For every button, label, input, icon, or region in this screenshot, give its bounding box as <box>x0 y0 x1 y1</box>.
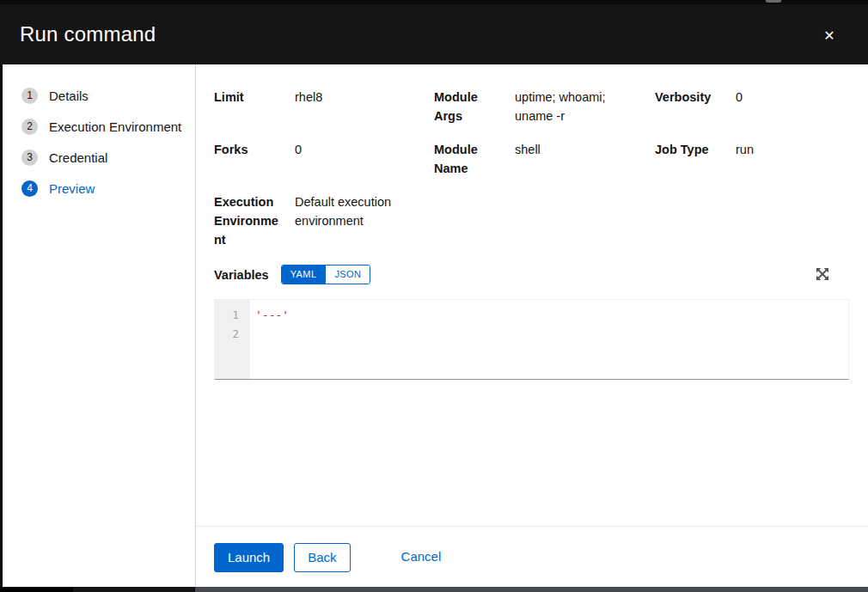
detail-value: rhel8 <box>295 88 322 107</box>
detail-forks: Forks 0 <box>214 140 434 178</box>
yaml-toggle-button[interactable]: YAML <box>282 265 326 284</box>
detail-execution-environment: Execution Environment Default execution … <box>214 192 434 249</box>
detail-label: Module Name <box>434 140 501 178</box>
detail-value: 0 <box>295 140 302 159</box>
line-number: 2 <box>215 325 239 344</box>
close-icon[interactable]: ✕ <box>816 23 842 49</box>
variables-row: Variables YAML JSON <box>214 265 849 284</box>
step-number-badge: 2 <box>21 119 38 135</box>
detail-label: Job Type <box>655 140 722 159</box>
editor-line-number-gutter: 1 2 <box>215 300 250 379</box>
step-label: Execution Environment <box>49 119 181 134</box>
preview-step-content: Limit rhel8 Module Args uptime; whoami; … <box>196 64 868 526</box>
step-label: Details <box>49 88 89 103</box>
detail-value: run <box>736 140 754 159</box>
background-page-fragment <box>766 0 781 3</box>
detail-label: Module Args <box>434 88 501 125</box>
detail-value: Default execution environment <box>295 192 413 230</box>
step-label: Preview <box>49 181 95 196</box>
expand-arrows-icon[interactable] <box>815 267 830 283</box>
detail-label: Limit <box>214 88 281 107</box>
yaml-json-toggle: YAML JSON <box>281 265 371 284</box>
detail-label: Verbosity <box>655 88 722 107</box>
json-toggle-button[interactable]: JSON <box>325 265 370 284</box>
modal-body: 1 Details 2 Execution Environment 3 Cred… <box>3 64 868 587</box>
detail-verbosity: Verbosity 0 <box>655 88 849 125</box>
detail-label: Forks <box>214 140 281 159</box>
variables-code-editor[interactable]: 1 2 '---' <box>214 299 849 380</box>
modal-title: Run command <box>20 22 156 46</box>
wizard-step-preview[interactable]: 4 Preview <box>3 173 195 204</box>
wizard-step-details[interactable]: 1 Details <box>3 80 195 111</box>
code-line: '---' <box>255 306 289 325</box>
launch-button[interactable]: Launch <box>214 543 284 572</box>
detail-label: Execution Environment <box>214 192 281 249</box>
background-page-bottom-strip-dark <box>73 587 195 592</box>
step-label: Credential <box>49 150 107 165</box>
detail-module-args: Module Args uptime; whoami; uname -r <box>434 88 655 125</box>
editor-code-area[interactable]: '---' <box>250 300 289 379</box>
step-number-badge: 3 <box>21 150 38 166</box>
detail-value: 0 <box>736 88 743 107</box>
wizard-footer: Launch Back Cancel <box>196 526 868 587</box>
detail-module-name: Module Name shell <box>434 140 655 178</box>
modal-header: Run command ✕ <box>0 4 868 64</box>
run-command-modal-screen: Run command ✕ 1 Details 2 Execution Envi… <box>0 0 868 592</box>
line-number: 1 <box>215 306 239 325</box>
detail-value: uptime; whoami; uname -r <box>515 88 633 125</box>
variables-label: Variables <box>214 268 269 282</box>
detail-limit: Limit rhel8 <box>214 88 434 125</box>
detail-job-type: Job Type run <box>655 140 849 178</box>
detail-value: shell <box>515 140 541 159</box>
wizard-nav: 1 Details 2 Execution Environment 3 Cred… <box>3 64 196 587</box>
wizard-content-column: Limit rhel8 Module Args uptime; whoami; … <box>196 64 868 587</box>
step-number-badge: 1 <box>21 88 38 104</box>
back-button[interactable]: Back <box>294 543 350 572</box>
details-grid: Limit rhel8 Module Args uptime; whoami; … <box>214 88 849 249</box>
wizard-step-credential[interactable]: 3 Credential <box>3 142 195 173</box>
background-page-bottom-strip-black <box>0 587 73 592</box>
step-number-badge: 4 <box>21 180 38 197</box>
wizard-step-execution-environment[interactable]: 2 Execution Environment <box>3 111 195 142</box>
cancel-button[interactable]: Cancel <box>400 543 443 571</box>
